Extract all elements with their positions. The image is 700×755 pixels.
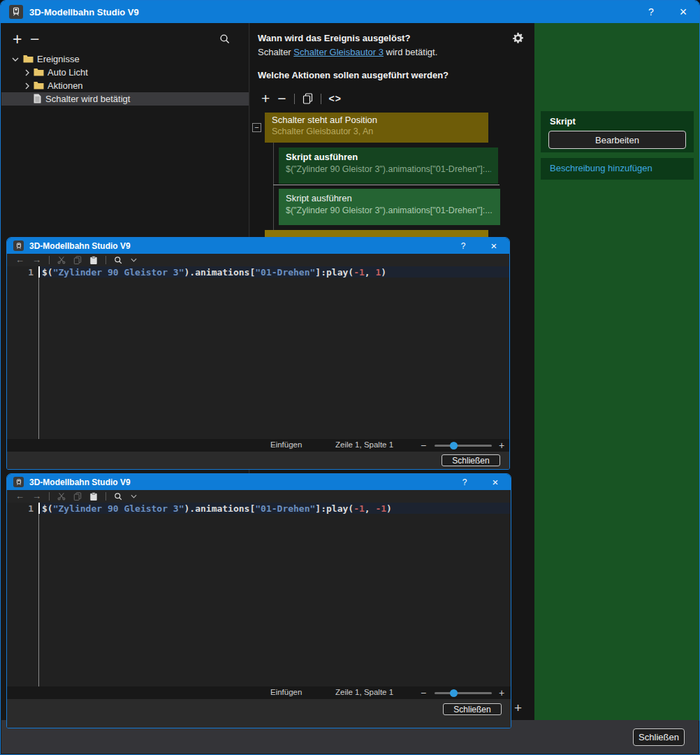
editor-statusbar: Einfügen Zeile 1, Spalte 1 − + — [7, 686, 511, 699]
cut-icon[interactable] — [57, 492, 66, 501]
copy-icon[interactable] — [302, 93, 313, 104]
actions-toolbar: + − <> — [261, 89, 342, 108]
edit-script-button[interactable]: Bearbeiten — [548, 131, 686, 149]
remove-action-button[interactable]: − — [277, 90, 286, 107]
code-token: ).animations[ — [184, 503, 256, 514]
script-window-footer: Schließen — [7, 699, 511, 728]
add-event-button[interactable]: + — [13, 31, 22, 48]
close-window-button[interactable]: × — [479, 238, 509, 254]
chevron-down-icon[interactable] — [12, 56, 19, 63]
help-button[interactable]: ? — [448, 238, 479, 254]
code-editor[interactable]: 1 $("Zylinder 90 Gleistor 3").animations… — [7, 266, 509, 439]
tree-item-label: Auto Licht — [48, 67, 88, 78]
code-token: "01-Drehen" — [255, 503, 315, 514]
condition-block-footer — [265, 230, 488, 237]
search-icon[interactable] — [219, 34, 231, 45]
close-dialog-button[interactable]: Schließen — [633, 728, 685, 746]
text-caret — [38, 266, 40, 278]
gutter-separator — [38, 266, 39, 439]
help-button[interactable]: ? — [635, 1, 667, 23]
trigger-sentence: Schalter Schalter Gleisbautor 3 wird bet… — [258, 47, 437, 57]
cursor-position: Zeile 1, Spalte 1 — [335, 440, 393, 449]
app-icon — [9, 5, 23, 19]
chevron-right-icon[interactable] — [24, 82, 31, 89]
trigger-object-link[interactable]: Schalter Gleisbautor 3 — [293, 47, 384, 57]
back-icon[interactable]: ← — [15, 491, 24, 501]
toolbar-separator — [49, 492, 50, 501]
train-icon — [15, 479, 22, 486]
forward-icon[interactable]: → — [32, 491, 41, 501]
search-icon[interactable] — [114, 492, 123, 501]
code-token: ) — [386, 503, 392, 514]
paste-icon[interactable] — [89, 256, 98, 265]
tree-item-ereignisse[interactable]: Ereignisse — [1, 52, 249, 66]
action-block-skript-1[interactable]: Skript ausführen $("Zylinder 90 Gleistor… — [279, 148, 498, 184]
code-token: ]:play( — [315, 503, 353, 514]
text-caret — [38, 503, 40, 514]
code-token: ) — [381, 267, 386, 278]
collapse-condition-button[interactable]: − — [252, 123, 261, 132]
tree-item-label: Aktionen — [48, 80, 83, 91]
copy-icon[interactable] — [73, 256, 82, 264]
add-description-link[interactable]: Beschreibung hinzufügen — [550, 163, 652, 173]
tree-item-label: Ereignisse — [37, 54, 80, 64]
zoom-out-button[interactable]: − — [421, 440, 426, 451]
script-section: Skript Bearbeiten — [541, 111, 694, 152]
close-script-button[interactable]: Schließen — [443, 703, 502, 715]
condition-block[interactable]: Schalter steht auf Position Schalter Gle… — [265, 113, 488, 143]
script-section-heading: Skript — [550, 116, 576, 127]
toolbar-separator — [105, 492, 106, 501]
insert-mode-indicator: Einfügen — [270, 688, 302, 696]
train-icon — [11, 7, 21, 17]
gear-icon[interactable] — [512, 32, 524, 44]
window-title: 3D-Modellbahn Studio V9 — [29, 477, 131, 487]
code-token: "Zylinder 90 Gleistor 3" — [53, 503, 184, 514]
train-icon — [15, 243, 22, 250]
action-title: Skript ausführen — [286, 152, 491, 162]
help-button[interactable]: ? — [449, 474, 480, 490]
zoom-in-button[interactable]: + — [499, 687, 504, 698]
trigger-heading: Wann wird das Ereignis ausgelöst? — [258, 33, 410, 43]
script-properties-panel: Skript Bearbeiten Beschreibung hinzufüge… — [534, 23, 700, 721]
search-icon[interactable] — [114, 256, 123, 265]
window-title: 3D-Modellbahn Studio V9 — [29, 241, 131, 251]
chevron-down-icon[interactable] — [131, 258, 137, 262]
forward-icon[interactable]: → — [32, 255, 41, 265]
back-icon[interactable]: ← — [15, 255, 24, 265]
chevron-right-icon[interactable] — [24, 69, 31, 76]
action-block-skript-2[interactable]: Skript ausführen $("Zylinder 90 Gleistor… — [279, 189, 500, 225]
add-action-button[interactable]: + — [261, 90, 270, 107]
paste-icon[interactable] — [89, 492, 98, 501]
actions-heading: Welche Aktionen sollen ausgeführt werden… — [258, 70, 449, 80]
editor-toolbar: ← → — [7, 490, 511, 503]
code-editor[interactable]: 1 $("Zylinder 90 Gleistor 3").animations… — [7, 503, 511, 686]
code-line: $("Zylinder 90 Gleistor 3").animations["… — [42, 503, 392, 514]
tree-item-aktionen[interactable]: Aktionen — [1, 79, 249, 92]
close-window-button[interactable]: × — [480, 474, 511, 490]
folder-icon — [34, 81, 44, 89]
code-view-button[interactable]: <> — [329, 93, 342, 104]
zoom-slider-thumb[interactable] — [450, 689, 458, 697]
cut-icon[interactable] — [57, 256, 66, 264]
zoom-slider[interactable] — [435, 692, 492, 694]
toolbar-separator — [321, 94, 321, 104]
editor-toolbar: ← → — [7, 254, 509, 266]
main-window: 3D-Modellbahn Studio V9 ? × + − Ereignis… — [0, 0, 700, 755]
close-window-button[interactable]: × — [667, 1, 699, 23]
code-token: ).animations[ — [184, 267, 256, 278]
code-token: "01-Drehen" — [255, 267, 315, 278]
zoom-in-button[interactable]: + — [499, 440, 504, 451]
trigger-suffix: wird betätigt. — [384, 47, 437, 57]
zoom-slider-thumb[interactable] — [450, 442, 458, 450]
add-script-button[interactable]: + — [514, 700, 522, 716]
tree-item-schalter-wird-betaetigt[interactable]: Schalter wird betätigt — [1, 92, 249, 106]
tree-item-auto-licht[interactable]: Auto Licht — [1, 66, 249, 79]
remove-event-button[interactable]: − — [30, 31, 39, 48]
chevron-down-icon[interactable] — [131, 494, 137, 498]
zoom-out-button[interactable]: − — [421, 687, 426, 698]
zoom-slider[interactable] — [435, 445, 492, 447]
copy-icon[interactable] — [73, 492, 82, 501]
folder-icon — [23, 55, 34, 63]
action-subtitle: $("Zylinder 90 Gleistor 3").animations["… — [286, 164, 491, 174]
close-script-button[interactable]: Schließen — [442, 454, 500, 466]
